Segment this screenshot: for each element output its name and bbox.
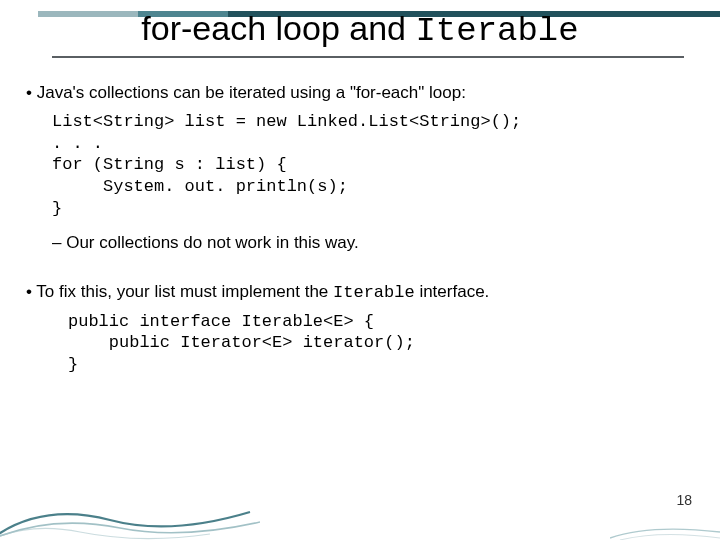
bullet-2-post: interface. (415, 282, 490, 301)
title-text: for-each loop and (141, 9, 415, 47)
bullet-1: • Java's collections can be iterated usi… (26, 82, 696, 105)
corner-swirl-right (610, 518, 720, 540)
sub-bullet-1: – Our collections do not work in this wa… (52, 232, 696, 255)
bullet-2-mono: Iterable (333, 283, 415, 302)
code-block-2: public interface Iterable<E> { public It… (68, 311, 696, 376)
corner-swirl-left (0, 492, 260, 540)
bullet-2-pre: • To fix this, your list must implement … (26, 282, 333, 301)
title-underline (52, 56, 684, 58)
slide-content: • Java's collections can be iterated usi… (26, 82, 696, 376)
code-block-1: List<String> list = new Linked.List<Stri… (52, 111, 696, 220)
page-number: 18 (676, 492, 692, 508)
bullet-2: • To fix this, your list must implement … (26, 281, 696, 305)
title-mono: Iterable (415, 12, 578, 50)
slide-title: for-each loop and Iterable (0, 9, 720, 50)
